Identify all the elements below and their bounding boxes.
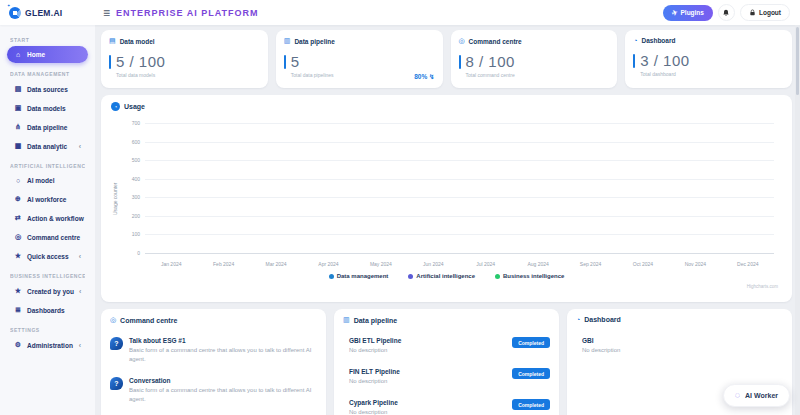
sidebar-item-label: Home — [27, 51, 45, 58]
globe-icon: ⊕ — [14, 195, 22, 203]
target-icon: ◎ — [14, 233, 22, 241]
list-item[interactable]: Cypark PipelineNo descriptionCompleted — [343, 399, 550, 415]
sidebar-item-label: Created by you — [27, 288, 74, 295]
y-tick-label: 300 — [132, 194, 140, 200]
sidebar-item-administration[interactable]: ⚙Administration‹ — [7, 336, 88, 354]
list-item[interactable]: GBINo description — [576, 337, 783, 355]
stat-subtitle: Total command centre — [466, 72, 610, 78]
legend-item-artificial-intelligence[interactable]: Artificial intelligence — [408, 273, 475, 279]
y-tick-label: 700 — [132, 120, 140, 126]
x-tick-label: Nov 2024 — [685, 261, 706, 267]
sidebar-item-data-analytic[interactable]: ▦Data analytic‹ — [7, 137, 88, 155]
sidebar-item-created-by-you[interactable]: ★Created by you‹ — [7, 282, 88, 300]
sidebar-item-label: Action & workflow — [27, 215, 84, 222]
sidebar-item-ai-model[interactable]: ○AI model — [7, 172, 88, 189]
chevron-left-icon: ‹ — [79, 288, 81, 295]
sidebar-item-quick-access[interactable]: ★Quick access‹ — [7, 247, 88, 265]
x-tick-label: May 2024 — [370, 261, 392, 267]
y-axis-label: Usage counter — [112, 149, 118, 249]
list-item[interactable]: GBI ETL PipelineNo descriptionCompleted — [343, 337, 550, 355]
header-actions: ✈ Plugins Logout — [663, 4, 800, 21]
bottom-card-header: ◔Dashboard — [576, 316, 783, 323]
legend-label: Business intelligence — [503, 273, 564, 279]
sidebar-item-data-sources[interactable]: ▤Data sources — [7, 80, 88, 98]
brand-logo[interactable]: GLEM.AI — [0, 7, 95, 19]
pie-icon: ◔ — [576, 316, 580, 323]
list-item-description: No description — [349, 346, 401, 355]
list-item-title: Talk about ESG #1 — [129, 337, 317, 344]
list-item-body: GBI ETL PipelineNo description — [349, 337, 401, 355]
x-tick-label: Jul 2024 — [476, 261, 495, 267]
list-icon: ≣ — [14, 306, 22, 314]
gridline — [145, 216, 774, 217]
db-icon: ▤ — [14, 85, 22, 93]
legend-item-data-management[interactable]: Data management — [329, 273, 389, 279]
logout-button[interactable]: Logout — [740, 4, 790, 21]
chevron-left-icon: ‹ — [79, 143, 81, 150]
list-item-description: Basic form of a command centre that allo… — [129, 346, 317, 364]
legend-item-business-intelligence[interactable]: Business intelligence — [495, 273, 564, 279]
value-accent-bar — [284, 55, 286, 69]
stat-card-header: ▥Data pipeline — [284, 37, 435, 45]
sidebar-item-action-workflow[interactable]: ⇄Action & workflow — [7, 209, 88, 227]
stat-value-row: 8 / 100 — [459, 53, 610, 70]
list-item-description: No description — [582, 346, 783, 355]
ai-worker-button[interactable]: ◌ AI Worker — [723, 384, 790, 407]
vertical-scrollbar[interactable] — [795, 25, 800, 415]
sidebar-item-dashboards[interactable]: ≣Dashboards — [7, 301, 88, 319]
list-item-body: FIN ELT PipelineNo description — [349, 368, 400, 386]
x-tick-label: Aug 2024 — [527, 261, 548, 267]
stat-subtitle: Total data models — [116, 72, 260, 78]
hamburger-menu-icon[interactable]: ≡ — [103, 7, 110, 19]
stat-subtitle: Total data pipelines — [291, 72, 435, 78]
stats-row: ▤Data model5 / 100Total data models▥Data… — [101, 30, 792, 88]
sidebar-item-label: Command centre — [27, 234, 80, 241]
sidebar-item-ai-workforce[interactable]: ⊕AI workforce — [7, 190, 88, 208]
y-tick-label: 100 — [132, 231, 140, 237]
sidebar-item-home[interactable]: ⌂Home — [7, 46, 88, 63]
value-accent-bar — [633, 54, 635, 68]
grid-icon: ▦ — [14, 142, 22, 150]
pie-icon: ◔ — [633, 37, 637, 44]
sidebar-item-command-centre[interactable]: ◎Command centre — [7, 228, 88, 246]
brand-name: GLEM.AI — [25, 8, 63, 18]
status-badge: Completed — [512, 399, 550, 410]
list-item-body: Talk about ESG #1Basic form of a command… — [129, 337, 317, 364]
gridline — [145, 234, 774, 235]
list-item[interactable]: FIN ELT PipelineNo descriptionCompleted — [343, 368, 550, 386]
loader-icon: ◌ — [735, 391, 740, 400]
notifications-button[interactable] — [718, 4, 735, 21]
stat-card-dashboard: ◔Dashboard3 / 100Total dashboard — [625, 30, 792, 88]
paper-plane-icon: ✈ — [670, 8, 678, 18]
stat-card-data-pipeline: ▥Data pipeline5Total data pipelines80% ↯ — [276, 30, 443, 88]
scrollbar-thumb[interactable] — [796, 27, 799, 95]
x-tick-label: Apr 2024 — [318, 261, 338, 267]
x-tick-label: Jun 2024 — [423, 261, 444, 267]
list-item[interactable]: ?ConversationBasic form of a command cen… — [110, 377, 317, 404]
x-tick-label: Jan 2024 — [161, 261, 182, 267]
bars-icon: ▥ — [343, 316, 350, 324]
sidebar-section-label: ARTIFICIAL INTELLIGENCE — [10, 163, 85, 169]
list-item-title: GBI — [582, 337, 783, 344]
sidebar-item-data-pipeline[interactable]: ⋔Data pipeline — [7, 118, 88, 136]
sidebar-item-label: Data models — [27, 105, 66, 112]
star-icon: ★ — [14, 287, 22, 295]
list-item-body: ConversationBasic form of a command cent… — [129, 377, 317, 404]
list-item[interactable]: ?Talk about ESG #1Basic form of a comman… — [110, 337, 317, 364]
sidebar-item-data-models[interactable]: ▣Data models — [7, 99, 88, 117]
status-badge: Completed — [512, 368, 550, 379]
chart-legend: Data managementArtificial intelligenceBu… — [111, 273, 782, 279]
bottom-card-title: Command centre — [120, 317, 177, 324]
shuffle-icon: ⇄ — [14, 214, 22, 222]
stat-card-command-centre: ◎Command centre8 / 100Total command cent… — [451, 30, 618, 88]
gridline — [145, 179, 774, 180]
usage-card-title: Usage — [124, 103, 145, 110]
stat-value-row: 5 / 100 — [109, 53, 260, 70]
status-badge: Completed — [512, 337, 550, 348]
list-item-title: GBI ETL Pipeline — [349, 337, 401, 344]
plugins-button[interactable]: ✈ Plugins — [663, 5, 713, 21]
x-tick-label: Dec 2024 — [737, 261, 758, 267]
sidebar-section-label: SETTINGS — [10, 327, 85, 333]
list-item-title: Conversation — [129, 377, 317, 384]
lock-icon — [749, 9, 756, 16]
